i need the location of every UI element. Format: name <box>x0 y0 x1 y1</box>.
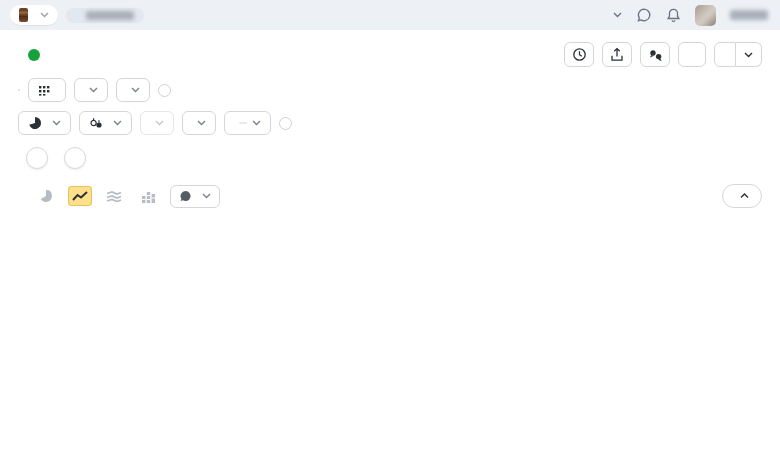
project-selector[interactable] <box>10 5 58 25</box>
project-logo-icon <box>19 8 28 22</box>
two-drops-icon <box>648 48 663 62</box>
save-as-menu-button[interactable] <box>736 42 762 67</box>
bell-icon[interactable] <box>666 7 681 23</box>
avatar[interactable] <box>695 5 716 26</box>
chevron-down-icon <box>202 193 211 199</box>
chart-type-pie-button[interactable] <box>34 186 58 206</box>
chevron-up-icon <box>740 193 749 199</box>
add-people-filter-button[interactable] <box>64 147 86 169</box>
attribution-dropdown[interactable] <box>224 111 271 135</box>
chart-type-areas-button[interactable] <box>102 186 126 206</box>
add-visit-filter-button[interactable] <box>26 147 48 169</box>
period-tabs <box>18 89 20 91</box>
comment-icon <box>179 190 192 202</box>
sampling-dropdown[interactable] <box>140 111 174 135</box>
currency-dropdown[interactable] <box>182 111 216 135</box>
chat-icon[interactable] <box>636 7 652 23</box>
legend-checkbox[interactable] <box>625 323 638 336</box>
attribution-badge <box>239 122 247 124</box>
segment-pie-icon <box>28 116 42 130</box>
chevron-down-icon <box>744 52 753 58</box>
calendar-grid-icon <box>38 84 51 96</box>
chart-type-columns-button[interactable] <box>136 186 160 206</box>
chevron-down-icon <box>252 120 261 126</box>
chevron-down-icon <box>155 120 164 126</box>
chevron-down-icon <box>52 120 61 126</box>
clock-icon <box>572 47 587 62</box>
help-question-icon[interactable] <box>158 84 171 97</box>
compare-segments-button[interactable] <box>79 111 132 135</box>
chart-type-line-button[interactable] <box>68 186 92 206</box>
email-prefix-blurred <box>730 10 768 20</box>
top-bar <box>0 0 780 30</box>
chevron-down-icon <box>613 12 622 18</box>
metrics-selector[interactable] <box>170 185 220 208</box>
export-button[interactable] <box>602 42 632 67</box>
hide-chart-button[interactable] <box>722 184 762 208</box>
chevron-down-icon <box>197 120 206 126</box>
save-as-button[interactable] <box>714 42 736 67</box>
counter-domain[interactable] <box>66 8 144 23</box>
compare-segments-icon <box>89 117 103 130</box>
chevron-down-icon <box>131 87 140 93</box>
export-icon <box>610 47 624 62</box>
info-icon <box>28 49 40 61</box>
add-to-dashboard-button[interactable] <box>678 42 706 67</box>
date-range-button[interactable] <box>28 78 66 102</box>
chevron-down-icon <box>40 12 49 18</box>
counter-id-blurred <box>86 11 134 20</box>
help-question-icon[interactable] <box>279 117 292 130</box>
line-chart-plot <box>58 214 585 450</box>
detalization-dropdown[interactable] <box>74 78 108 102</box>
columns-chart-icon <box>141 190 156 203</box>
stacked-areas-icon <box>106 190 122 202</box>
legend-item-search-transitions[interactable] <box>625 323 644 336</box>
user-email[interactable] <box>730 10 770 20</box>
line-chart-icon <box>72 190 88 202</box>
avatar-image-blurred <box>695 5 716 26</box>
how-to-use-link[interactable] <box>28 49 44 61</box>
help-menu[interactable] <box>609 12 622 18</box>
compare-data-button[interactable] <box>640 42 670 67</box>
visits-chart[interactable] <box>18 210 762 462</box>
chevron-down-icon <box>89 87 98 93</box>
pie-chart-icon <box>39 189 53 203</box>
chevron-down-icon <box>113 120 122 126</box>
history-button[interactable] <box>564 42 594 67</box>
data-mode-dropdown[interactable] <box>116 78 150 102</box>
segment-button[interactable] <box>18 111 71 135</box>
